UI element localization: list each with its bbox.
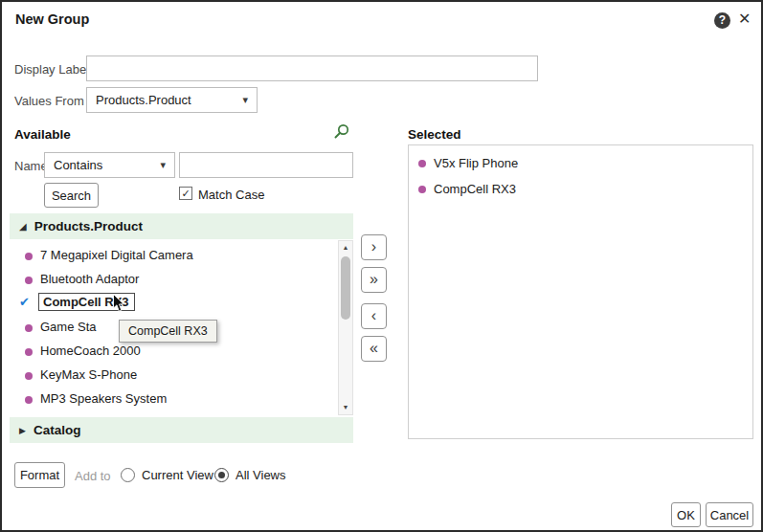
match-mode-value: Contains [54,158,102,172]
radio-current-view[interactable]: Current View [121,468,213,482]
radio-icon [121,468,135,482]
match-case-label: Match Case [198,188,264,202]
list-item-label: Bluetooth Adaptor [40,272,139,286]
search-button[interactable]: Search [44,183,99,208]
list-item[interactable]: KeyMax S-Phone [10,364,338,388]
tree-group-catalog[interactable]: ▶ Catalog [10,417,353,443]
selected-list: V5x Flip Phone CompCell RX3 [408,144,753,439]
member-dot-icon [25,277,33,284]
list-item[interactable]: Bluetooth Adaptor [10,268,338,292]
search-icon[interactable] [332,122,350,144]
member-dot-icon [25,372,33,380]
display-label-input[interactable] [86,55,538,81]
name-label: Name [14,159,48,173]
radio-all-views[interactable]: All Views [214,468,286,482]
dialog-title: New Group [15,11,89,27]
selected-item-label: V5x Flip Phone [434,156,518,170]
expand-triangle-icon: ▶ [19,426,26,435]
move-left-button[interactable]: ‹ [361,303,387,329]
match-mode-select[interactable]: Contains ▾ [44,152,175,178]
checkmark-icon: ✓ [181,188,190,199]
selected-item-label: CompCell RX3 [434,182,516,196]
scroll-thumb[interactable] [341,256,350,320]
tree-group-label: Products.Product [34,219,143,233]
scroll-up-icon[interactable]: ▲ [339,241,352,255]
tooltip: CompCell RX3 [119,320,217,343]
list-item[interactable]: MP3 Speakers System [10,388,338,411]
selected-item[interactable]: V5x Flip Phone [409,154,752,175]
member-dot-icon [418,186,426,193]
chevron-down-icon: ▾ [160,159,166,171]
tree-group-label: Catalog [34,423,81,437]
ok-button[interactable]: OK [671,502,701,527]
cancel-button[interactable]: Cancel [706,502,753,527]
list-item-label: HomeCoach 2000 [40,344,141,358]
member-dot-icon [25,324,33,332]
new-group-dialog: New Group ? ✕ Display Label Values From … [0,0,763,532]
list-item-label: MP3 Speakers System [40,391,167,406]
close-icon[interactable]: ✕ [738,10,751,28]
values-from-select[interactable]: Products.Product ▾ [86,87,258,113]
radio-checked-icon [214,468,229,482]
move-all-left-button[interactable]: « [361,336,387,362]
chevron-down-icon: ▾ [242,94,248,106]
scrollbar[interactable]: ▲ ▼ [338,240,353,415]
member-dot-icon [25,396,33,404]
list-item-label: Game Sta [40,320,97,334]
help-icon[interactable]: ? [714,12,730,29]
move-right-button[interactable]: › [361,234,387,260]
add-to-label: Add to [75,469,111,483]
list-item-selected[interactable]: ✔ CompCell RX3 [10,292,338,316]
list-item[interactable]: 7 Megapixel Digital Camera [10,244,338,268]
check-icon: ✔ [19,295,30,309]
selected-heading: Selected [408,127,461,142]
format-button[interactable]: Format [14,462,65,488]
match-case-checkbox[interactable]: ✓ [179,187,192,200]
move-all-right-button[interactable]: » [361,267,387,293]
values-from-label: Values From [14,94,84,108]
member-dot-icon [418,160,426,167]
list-item-label: KeyMax S-Phone [40,367,137,382]
member-dot-icon [25,253,33,260]
tree-group-products[interactable]: ◢ Products.Product [10,213,353,239]
selected-item[interactable]: CompCell RX3 [409,180,752,201]
scroll-down-icon[interactable]: ▼ [339,401,352,414]
radio-label: All Views [236,468,286,482]
display-label-label: Display Label [14,62,89,77]
radio-label: Current View [142,468,213,482]
values-from-value: Products.Product [96,93,191,107]
available-heading: Available [14,127,71,142]
mouse-cursor-icon [112,294,125,316]
member-dot-icon [25,348,33,356]
list-item[interactable]: HomeCoach 2000 [10,340,338,364]
collapse-triangle-icon: ◢ [19,221,27,232]
search-text-input[interactable] [179,152,353,178]
list-item-label: 7 Megapixel Digital Camera [40,248,193,262]
